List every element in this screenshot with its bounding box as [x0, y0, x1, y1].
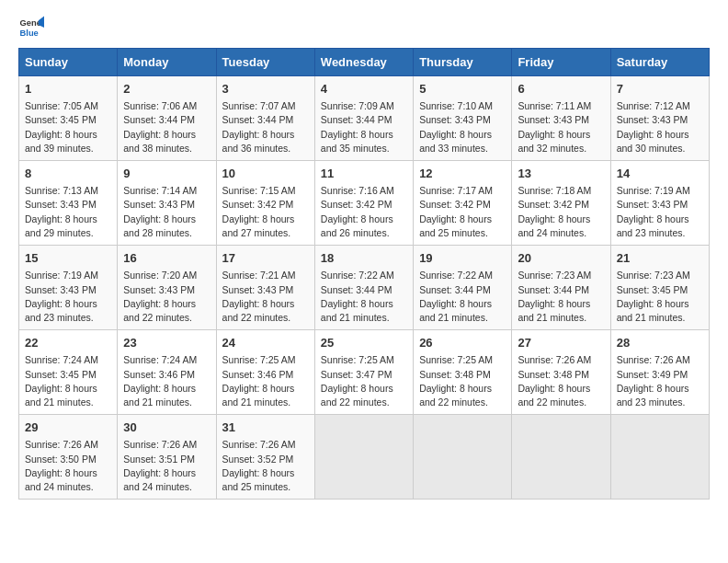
day-cell: 4Sunrise: 7:09 AM Sunset: 3:44 PM Daylig… [314, 76, 413, 161]
day-info: Sunrise: 7:14 AM Sunset: 3:43 PM Dayligh… [123, 184, 210, 240]
day-number: 9 [123, 166, 210, 182]
day-number: 7 [617, 81, 703, 98]
day-cell [314, 415, 413, 500]
day-number: 29 [25, 419, 111, 436]
day-number: 13 [518, 166, 604, 182]
day-cell: 21Sunrise: 7:23 AM Sunset: 3:45 PM Dayli… [610, 246, 709, 330]
day-info: Sunrise: 7:11 AM Sunset: 3:43 PM Dayligh… [518, 99, 604, 155]
day-number: 26 [419, 335, 506, 351]
day-number: 12 [419, 166, 506, 182]
logo-icon: General Blue [18, 15, 44, 40]
day-info: Sunrise: 7:23 AM Sunset: 3:44 PM Dayligh… [518, 269, 604, 325]
day-cell: 30Sunrise: 7:26 AM Sunset: 3:51 PM Dayli… [118, 415, 216, 500]
day-info: Sunrise: 7:19 AM Sunset: 3:43 PM Dayligh… [25, 269, 111, 325]
day-info: Sunrise: 7:24 AM Sunset: 3:45 PM Dayligh… [25, 353, 111, 409]
day-cell: 2Sunrise: 7:06 AM Sunset: 3:44 PM Daylig… [118, 76, 216, 161]
day-cell: 25Sunrise: 7:25 AM Sunset: 3:47 PM Dayli… [314, 330, 413, 415]
day-number: 21 [617, 250, 703, 267]
day-cell: 8Sunrise: 7:13 AM Sunset: 3:43 PM Daylig… [19, 161, 118, 246]
day-info: Sunrise: 7:26 AM Sunset: 3:50 PM Dayligh… [25, 438, 111, 494]
day-number: 6 [518, 81, 604, 98]
day-info: Sunrise: 7:25 AM Sunset: 3:48 PM Dayligh… [419, 353, 506, 409]
day-info: Sunrise: 7:26 AM Sunset: 3:49 PM Dayligh… [617, 353, 703, 409]
header-monday: Monday [118, 49, 216, 76]
header-saturday: Saturday [610, 49, 709, 76]
day-info: Sunrise: 7:22 AM Sunset: 3:44 PM Dayligh… [321, 269, 407, 325]
day-cell: 9Sunrise: 7:14 AM Sunset: 3:43 PM Daylig… [118, 161, 216, 246]
day-number: 22 [25, 335, 111, 351]
day-number: 5 [419, 81, 506, 98]
day-number: 2 [123, 81, 210, 98]
day-cell: 23Sunrise: 7:24 AM Sunset: 3:46 PM Dayli… [118, 330, 216, 415]
day-number: 25 [321, 335, 407, 351]
day-info: Sunrise: 7:16 AM Sunset: 3:42 PM Dayligh… [321, 184, 407, 240]
day-number: 23 [123, 335, 210, 351]
day-info: Sunrise: 7:25 AM Sunset: 3:46 PM Dayligh… [222, 353, 309, 409]
day-number: 24 [222, 335, 309, 351]
day-cell: 31Sunrise: 7:26 AM Sunset: 3:52 PM Dayli… [216, 415, 314, 500]
day-info: Sunrise: 7:10 AM Sunset: 3:43 PM Dayligh… [419, 99, 506, 155]
header-thursday: Thursday [414, 49, 512, 76]
day-cell: 13Sunrise: 7:18 AM Sunset: 3:42 PM Dayli… [512, 161, 610, 246]
day-number: 8 [25, 166, 111, 182]
header-friday: Friday [512, 49, 610, 76]
day-info: Sunrise: 7:21 AM Sunset: 3:43 PM Dayligh… [222, 269, 309, 325]
day-cell: 15Sunrise: 7:19 AM Sunset: 3:43 PM Dayli… [19, 246, 118, 330]
week-row-4: 22Sunrise: 7:24 AM Sunset: 3:45 PM Dayli… [19, 330, 710, 415]
day-info: Sunrise: 7:23 AM Sunset: 3:45 PM Dayligh… [617, 269, 703, 325]
day-cell [512, 415, 610, 500]
day-number: 11 [321, 166, 407, 182]
week-row-1: 1Sunrise: 7:05 AM Sunset: 3:45 PM Daylig… [19, 76, 710, 161]
day-info: Sunrise: 7:25 AM Sunset: 3:47 PM Dayligh… [321, 353, 407, 409]
day-number: 28 [617, 335, 703, 351]
day-cell: 5Sunrise: 7:10 AM Sunset: 3:43 PM Daylig… [414, 76, 512, 161]
day-number: 18 [321, 250, 407, 267]
day-info: Sunrise: 7:18 AM Sunset: 3:42 PM Dayligh… [518, 184, 604, 240]
day-number: 31 [222, 419, 309, 436]
svg-text:Blue: Blue [20, 29, 39, 38]
day-info: Sunrise: 7:24 AM Sunset: 3:46 PM Dayligh… [123, 353, 210, 409]
day-cell: 10Sunrise: 7:15 AM Sunset: 3:42 PM Dayli… [216, 161, 314, 246]
day-cell: 3Sunrise: 7:07 AM Sunset: 3:44 PM Daylig… [216, 76, 314, 161]
day-info: Sunrise: 7:06 AM Sunset: 3:44 PM Dayligh… [123, 99, 210, 155]
week-row-3: 15Sunrise: 7:19 AM Sunset: 3:43 PM Dayli… [19, 246, 710, 330]
day-number: 4 [321, 81, 407, 98]
day-cell: 20Sunrise: 7:23 AM Sunset: 3:44 PM Dayli… [512, 246, 610, 330]
day-cell [414, 415, 512, 500]
day-number: 15 [25, 250, 111, 267]
day-number: 27 [518, 335, 604, 351]
day-number: 1 [25, 81, 111, 98]
day-cell: 24Sunrise: 7:25 AM Sunset: 3:46 PM Dayli… [216, 330, 314, 415]
day-number: 3 [222, 81, 309, 98]
day-number: 14 [617, 166, 703, 182]
day-cell: 11Sunrise: 7:16 AM Sunset: 3:42 PM Dayli… [314, 161, 413, 246]
header-wednesday: Wednesday [314, 49, 413, 76]
day-number: 16 [123, 250, 210, 267]
day-cell: 27Sunrise: 7:26 AM Sunset: 3:48 PM Dayli… [512, 330, 610, 415]
day-cell: 29Sunrise: 7:26 AM Sunset: 3:50 PM Dayli… [19, 415, 118, 500]
day-cell: 7Sunrise: 7:12 AM Sunset: 3:43 PM Daylig… [610, 76, 709, 161]
day-number: 17 [222, 250, 309, 267]
day-info: Sunrise: 7:13 AM Sunset: 3:43 PM Dayligh… [25, 184, 111, 240]
page-header: General Blue [18, 15, 710, 40]
day-cell: 12Sunrise: 7:17 AM Sunset: 3:42 PM Dayli… [414, 161, 512, 246]
day-cell [610, 415, 709, 500]
day-cell: 6Sunrise: 7:11 AM Sunset: 3:43 PM Daylig… [512, 76, 610, 161]
calendar-header-row: SundayMondayTuesdayWednesdayThursdayFrid… [19, 49, 710, 76]
day-info: Sunrise: 7:15 AM Sunset: 3:42 PM Dayligh… [222, 184, 309, 240]
day-number: 30 [123, 419, 210, 436]
day-info: Sunrise: 7:09 AM Sunset: 3:44 PM Dayligh… [321, 99, 407, 155]
day-cell: 19Sunrise: 7:22 AM Sunset: 3:44 PM Dayli… [414, 246, 512, 330]
day-number: 19 [419, 250, 506, 267]
day-info: Sunrise: 7:12 AM Sunset: 3:43 PM Dayligh… [617, 99, 703, 155]
day-info: Sunrise: 7:05 AM Sunset: 3:45 PM Dayligh… [25, 99, 111, 155]
day-info: Sunrise: 7:22 AM Sunset: 3:44 PM Dayligh… [419, 269, 506, 325]
calendar-table: SundayMondayTuesdayWednesdayThursdayFrid… [18, 48, 710, 500]
day-info: Sunrise: 7:19 AM Sunset: 3:43 PM Dayligh… [617, 184, 703, 240]
day-cell: 22Sunrise: 7:24 AM Sunset: 3:45 PM Dayli… [19, 330, 118, 415]
logo: General Blue [18, 15, 44, 40]
day-cell: 26Sunrise: 7:25 AM Sunset: 3:48 PM Dayli… [414, 330, 512, 415]
day-info: Sunrise: 7:26 AM Sunset: 3:48 PM Dayligh… [518, 353, 604, 409]
week-row-5: 29Sunrise: 7:26 AM Sunset: 3:50 PM Dayli… [19, 415, 710, 500]
day-cell: 18Sunrise: 7:22 AM Sunset: 3:44 PM Dayli… [314, 246, 413, 330]
